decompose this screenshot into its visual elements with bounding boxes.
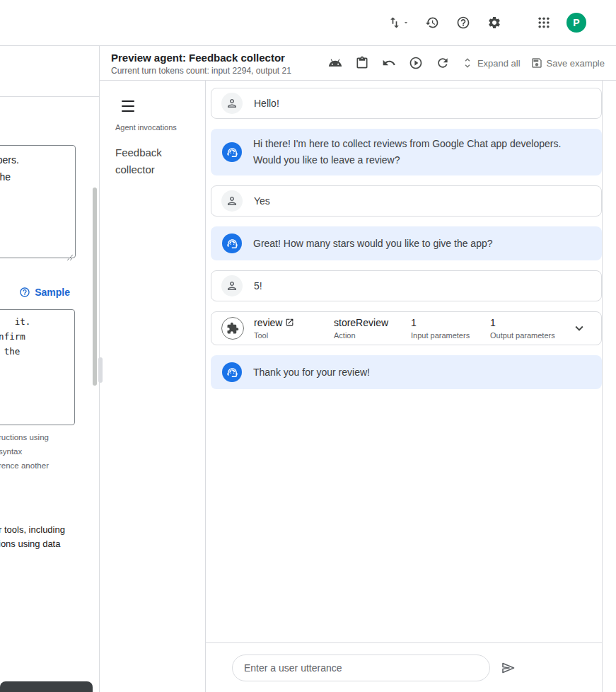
play-circle-icon bbox=[409, 56, 423, 70]
account-avatar[interactable]: P bbox=[566, 13, 586, 33]
user-message: Yes bbox=[211, 185, 602, 217]
expand-all-button[interactable]: Expand all bbox=[461, 57, 521, 69]
input-params-count: 1 bbox=[411, 317, 490, 328]
message-text: Great! How many stars would you like to … bbox=[253, 236, 493, 252]
robot-button[interactable] bbox=[327, 54, 344, 71]
token-count: Current turn tokens count: input 2294, o… bbox=[111, 66, 291, 76]
cutoff-textarea[interactable]: velopers. e is the bbox=[0, 145, 76, 258]
chevron-down-icon bbox=[571, 321, 587, 336]
send-icon bbox=[500, 659, 517, 676]
sample-label: Sample bbox=[35, 287, 70, 298]
apps-grid-icon bbox=[537, 16, 551, 30]
sample-link[interactable]: Sample bbox=[0, 287, 70, 298]
undo-icon bbox=[382, 56, 396, 70]
action-column: storeReview Action bbox=[334, 317, 411, 340]
agent-avatar bbox=[222, 233, 242, 253]
support-agent-icon bbox=[226, 238, 238, 250]
output-params-count: 1 bbox=[490, 317, 571, 328]
section-divider bbox=[0, 96, 99, 97]
action-type-label: Action bbox=[334, 330, 411, 340]
top-bar: P bbox=[0, 0, 616, 46]
user-message: Hello! bbox=[211, 88, 602, 119]
apps-grid-button[interactable] bbox=[535, 14, 552, 31]
settings-button[interactable] bbox=[486, 14, 503, 31]
message-text: Yes bbox=[254, 193, 270, 209]
tool-avatar bbox=[221, 317, 244, 340]
cutoff-dark-element bbox=[0, 681, 93, 692]
output-params-column: 1 Output parameters bbox=[490, 317, 571, 340]
person-icon bbox=[226, 97, 238, 110]
preview-header-titles: Preview agent: Feedback collector Curren… bbox=[111, 51, 291, 76]
invocations-panel: Agent invocations Feedback collector bbox=[100, 81, 205, 692]
preview-actions: Expand all Save example bbox=[327, 54, 605, 71]
menu-button[interactable] bbox=[122, 100, 134, 112]
save-example-label: Save example bbox=[547, 58, 605, 69]
swap-vert-button[interactable] bbox=[388, 14, 409, 31]
expand-all-label: Expand all bbox=[477, 58, 521, 69]
refresh-icon bbox=[436, 56, 450, 70]
composer bbox=[206, 642, 602, 692]
utterance-input[interactable] bbox=[232, 654, 490, 681]
save-example-button[interactable]: Save example bbox=[530, 57, 605, 69]
expand-card-button[interactable] bbox=[571, 321, 587, 336]
tool-name: review bbox=[254, 317, 282, 328]
action-name: storeReview bbox=[334, 317, 411, 328]
preview-header: Preview agent: Feedback collector Curren… bbox=[100, 46, 616, 81]
user-message: 5! bbox=[211, 270, 602, 301]
send-button[interactable] bbox=[500, 659, 517, 676]
description-text: r tools, including ions using data bbox=[0, 523, 98, 551]
message-text: 5! bbox=[254, 278, 262, 294]
message-text: Hello! bbox=[254, 96, 279, 112]
chat-panel: Hello! Hi there! I'm here to collect rev… bbox=[205, 81, 603, 692]
sample-help-icon bbox=[19, 287, 30, 298]
help-icon bbox=[456, 16, 470, 30]
helper-text: ructions using syntax rence another bbox=[0, 430, 98, 473]
undo-button[interactable] bbox=[380, 54, 397, 71]
help-button[interactable] bbox=[455, 14, 472, 31]
agent-avatar bbox=[222, 142, 242, 162]
history-button[interactable] bbox=[424, 14, 441, 31]
user-avatar bbox=[221, 93, 243, 114]
open-in-new-icon[interactable] bbox=[285, 318, 294, 327]
agent-message: Great! How many stars would you like to … bbox=[211, 226, 602, 260]
clipboard-icon bbox=[355, 56, 369, 70]
tool-type-label: Tool bbox=[254, 330, 334, 340]
message-text: Thank you for your review! bbox=[253, 364, 370, 381]
settings-icon bbox=[487, 16, 501, 30]
history-icon bbox=[425, 16, 439, 30]
tool-invocation-card[interactable]: review Tool storeReview Action 1 Input p… bbox=[211, 311, 602, 345]
refresh-button[interactable] bbox=[434, 54, 451, 71]
agent-avatar bbox=[222, 362, 242, 382]
textarea-text: velopers. e is the bbox=[0, 151, 68, 185]
play-button[interactable] bbox=[407, 54, 424, 71]
agent-message: Thank you for your review! bbox=[211, 355, 602, 389]
preview-title: Preview agent: Feedback collector bbox=[111, 51, 291, 64]
swap-vert-icon bbox=[388, 16, 402, 30]
person-icon bbox=[226, 195, 238, 207]
input-params-column: 1 Input parameters bbox=[411, 317, 490, 340]
agent-message: Hi there! I'm here to collect reviews fr… bbox=[211, 129, 602, 175]
user-avatar bbox=[221, 190, 243, 212]
message-list: Hello! Hi there! I'm here to collect rev… bbox=[206, 81, 602, 642]
agent-invocation-item[interactable]: Feedback collector bbox=[115, 144, 186, 178]
support-agent-icon bbox=[226, 146, 238, 158]
app-window: P velopers. e is the Sample it. , confir… bbox=[0, 0, 616, 692]
left-panel: velopers. e is the Sample it. , confirm … bbox=[0, 46, 100, 692]
message-text: Hi there! I'm here to collect reviews fr… bbox=[253, 136, 591, 168]
hamburger-icon bbox=[122, 100, 134, 102]
robot-icon bbox=[328, 56, 342, 70]
clipboard-button[interactable] bbox=[354, 54, 371, 71]
dropdown-caret-icon bbox=[402, 18, 409, 28]
support-agent-icon bbox=[226, 367, 238, 379]
input-params-label: Input parameters bbox=[411, 330, 490, 340]
cutoff-code-editor[interactable]: it. , confirm tore the ater bbox=[0, 309, 75, 425]
save-icon bbox=[530, 57, 543, 69]
invocations-section-label: Agent invocations bbox=[115, 123, 205, 132]
output-params-label: Output parameters bbox=[490, 330, 571, 340]
tool-name-column: review Tool bbox=[254, 317, 334, 340]
unfold-more-icon bbox=[461, 57, 474, 69]
extension-icon bbox=[226, 322, 239, 335]
user-avatar bbox=[221, 275, 243, 296]
left-panel-scrollbar[interactable] bbox=[93, 188, 97, 386]
resize-handle-icon[interactable] bbox=[66, 249, 74, 256]
